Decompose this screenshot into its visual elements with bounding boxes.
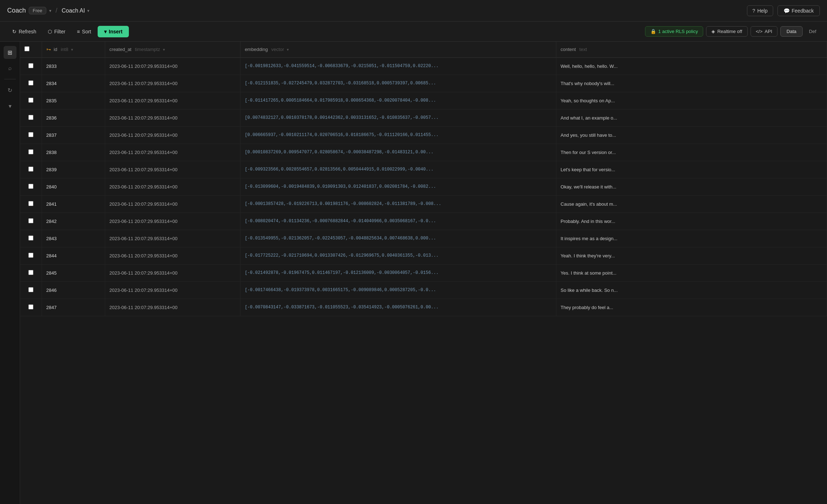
row-checkbox-cell[interactable] bbox=[20, 195, 42, 213]
row-checkbox[interactable] bbox=[28, 270, 33, 275]
cell-embedding[interactable]: [-0.013099604,-0.0019484839,0.010091303,… bbox=[240, 178, 556, 195]
cell-embedding[interactable]: [-0.013549955,-0.021362057,-0.022453057,… bbox=[240, 230, 556, 247]
row-checkbox[interactable] bbox=[28, 253, 33, 258]
row-checkbox-cell[interactable] bbox=[20, 57, 42, 75]
refresh-button[interactable]: ↻ Refresh bbox=[7, 26, 41, 37]
cell-id[interactable]: 2847 bbox=[42, 299, 105, 316]
row-checkbox[interactable] bbox=[28, 235, 33, 241]
table-row[interactable]: 2845 2023-06-11 20:07:29.953314+00 [-0.0… bbox=[20, 264, 827, 281]
cell-embedding[interactable]: [-0.00013857428,-0.019226713,0.001981176… bbox=[240, 195, 556, 213]
cell-created-at[interactable]: 2023-06-11 20:07:29.953314+00 bbox=[105, 213, 240, 230]
table-row[interactable]: 2839 2023-06-11 20:07:29.953314+00 [-0.0… bbox=[20, 161, 827, 178]
cell-content[interactable]: Yeah, so thoughts on Ap... bbox=[556, 92, 827, 109]
table-row[interactable]: 2837 2023-06-11 20:07:29.953314+00 [0.00… bbox=[20, 126, 827, 144]
api-button[interactable]: </> API bbox=[751, 26, 778, 37]
row-checkbox-cell[interactable] bbox=[20, 230, 42, 247]
cell-id[interactable]: 2833 bbox=[42, 57, 105, 75]
table-row[interactable]: 2840 2023-06-11 20:07:29.953314+00 [-0.0… bbox=[20, 178, 827, 195]
cell-embedding[interactable]: [-0.009323566,0.0028554657,0.02813566,0.… bbox=[240, 161, 556, 178]
cell-embedding[interactable]: [0.0074832127,0.0010378178,0.001442362,0… bbox=[240, 109, 556, 126]
cell-id[interactable]: 2844 bbox=[42, 247, 105, 264]
th-created-at[interactable]: created_at timestamptz ▾ bbox=[105, 42, 240, 57]
cell-id[interactable]: 2842 bbox=[42, 213, 105, 230]
table-row[interactable]: 2833 2023-06-11 20:07:29.953314+00 [-0.0… bbox=[20, 57, 827, 75]
cell-content[interactable]: And what I, an example o... bbox=[556, 109, 827, 126]
row-checkbox[interactable] bbox=[28, 167, 33, 172]
row-checkbox[interactable] bbox=[28, 132, 33, 137]
row-checkbox[interactable] bbox=[28, 149, 33, 154]
realtime-button[interactable]: ◈ Realtime off bbox=[706, 26, 747, 37]
sidebar-icon-table[interactable]: ⊞ bbox=[4, 46, 17, 59]
sidebar-icon-chevron[interactable]: ▾ bbox=[4, 99, 17, 112]
cell-created-at[interactable]: 2023-06-11 20:07:29.953314+00 bbox=[105, 109, 240, 126]
select-all-checkbox[interactable] bbox=[24, 46, 29, 51]
cell-created-at[interactable]: 2023-06-11 20:07:29.953314+00 bbox=[105, 178, 240, 195]
row-checkbox-cell[interactable] bbox=[20, 144, 42, 161]
row-checkbox[interactable] bbox=[28, 201, 33, 206]
cell-content[interactable]: So like a while back. So n... bbox=[556, 281, 827, 299]
cell-content[interactable]: Yes. I think at some point... bbox=[556, 264, 827, 281]
rls-policy-button[interactable]: 🔒 1 active RLS policy bbox=[645, 26, 704, 37]
cell-id[interactable]: 2840 bbox=[42, 178, 105, 195]
cell-created-at[interactable]: 2023-06-11 20:07:29.953314+00 bbox=[105, 126, 240, 144]
table-row[interactable]: 2844 2023-06-11 20:07:29.953314+00 [-0.0… bbox=[20, 247, 827, 264]
cell-created-at[interactable]: 2023-06-11 20:07:29.953314+00 bbox=[105, 264, 240, 281]
cell-content[interactable]: Probably. And in this wor... bbox=[556, 213, 827, 230]
cell-created-at[interactable]: 2023-06-11 20:07:29.953314+00 bbox=[105, 299, 240, 316]
th-embedding[interactable]: embedding vector ▾ bbox=[240, 42, 556, 57]
row-checkbox-cell[interactable] bbox=[20, 213, 42, 230]
table-row[interactable]: 2847 2023-06-11 20:07:29.953314+00 [-0.0… bbox=[20, 299, 827, 316]
row-checkbox-cell[interactable] bbox=[20, 281, 42, 299]
cell-embedding[interactable]: [-0.021492878,-0.01967475,0.011467197,-0… bbox=[240, 264, 556, 281]
row-checkbox[interactable] bbox=[28, 80, 33, 85]
cell-id[interactable]: 2837 bbox=[42, 126, 105, 144]
sort-button[interactable]: ≡ Sort bbox=[72, 26, 96, 37]
cell-content[interactable]: That's why nobody's will... bbox=[556, 75, 827, 92]
table-container[interactable]: 🗝 id int8 ▾ created_at timestamptz ▾ emb… bbox=[20, 42, 827, 504]
row-checkbox[interactable] bbox=[28, 184, 33, 189]
table-row[interactable]: 2841 2023-06-11 20:07:29.953314+00 [-0.0… bbox=[20, 195, 827, 213]
nav-brand[interactable]: Coach Free ▾ bbox=[7, 7, 51, 14]
cell-id[interactable]: 2838 bbox=[42, 144, 105, 161]
cell-created-at[interactable]: 2023-06-11 20:07:29.953314+00 bbox=[105, 57, 240, 75]
table-row[interactable]: 2842 2023-06-11 20:07:29.953314+00 [-0.0… bbox=[20, 213, 827, 230]
cell-content[interactable]: Yeah. I think they're very... bbox=[556, 247, 827, 264]
cell-created-at[interactable]: 2023-06-11 20:07:29.953314+00 bbox=[105, 230, 240, 247]
cell-content[interactable]: Then for our S version or... bbox=[556, 144, 827, 161]
row-checkbox[interactable] bbox=[28, 287, 33, 292]
col-id-sort-icon[interactable]: ▾ bbox=[71, 47, 73, 52]
cell-created-at[interactable]: 2023-06-11 20:07:29.953314+00 bbox=[105, 247, 240, 264]
def-view-button[interactable]: Def bbox=[805, 27, 820, 36]
sidebar-icon-refresh[interactable]: ↻ bbox=[4, 84, 17, 97]
row-checkbox-cell[interactable] bbox=[20, 299, 42, 316]
cell-id[interactable]: 2841 bbox=[42, 195, 105, 213]
row-checkbox[interactable] bbox=[28, 115, 33, 120]
table-row[interactable]: 2846 2023-06-11 20:07:29.953314+00 [-0.0… bbox=[20, 281, 827, 299]
cell-id[interactable]: 2835 bbox=[42, 92, 105, 109]
col-embedding-sort-icon[interactable]: ▾ bbox=[287, 47, 289, 52]
cell-content[interactable]: It inspires me as a design... bbox=[556, 230, 827, 247]
cell-embedding[interactable]: [-0.012151835,-0.027245479,0.032872703,-… bbox=[240, 75, 556, 92]
feedback-button[interactable]: 💬 Feedback bbox=[777, 5, 820, 16]
row-checkbox-cell[interactable] bbox=[20, 92, 42, 109]
cell-content[interactable]: Let's keep that for versio... bbox=[556, 161, 827, 178]
cell-id[interactable]: 2845 bbox=[42, 264, 105, 281]
cell-content[interactable]: And yes, you still have to... bbox=[556, 126, 827, 144]
cell-content[interactable]: They probably do feel a... bbox=[556, 299, 827, 316]
row-checkbox-cell[interactable] bbox=[20, 264, 42, 281]
cell-embedding[interactable]: [-0.0019812633,-0.041559514,-0.006833679… bbox=[240, 57, 556, 75]
row-checkbox[interactable] bbox=[28, 98, 33, 103]
cell-created-at[interactable]: 2023-06-11 20:07:29.953314+00 bbox=[105, 161, 240, 178]
table-row[interactable]: 2834 2023-06-11 20:07:29.953314+00 [-0.0… bbox=[20, 75, 827, 92]
col-created-at-sort-icon[interactable]: ▾ bbox=[163, 47, 165, 52]
table-row[interactable]: 2843 2023-06-11 20:07:29.953314+00 [-0.0… bbox=[20, 230, 827, 247]
cell-created-at[interactable]: 2023-06-11 20:07:29.953314+00 bbox=[105, 144, 240, 161]
row-checkbox-cell[interactable] bbox=[20, 247, 42, 264]
plan-badge[interactable]: Free bbox=[29, 7, 46, 14]
row-checkbox[interactable] bbox=[28, 218, 33, 223]
cell-id[interactable]: 2836 bbox=[42, 109, 105, 126]
cell-id[interactable]: 2839 bbox=[42, 161, 105, 178]
filter-button[interactable]: ⬡ Filter bbox=[43, 26, 70, 37]
cell-embedding[interactable]: [-0.017725222,-0.021710694,0.0013307426,… bbox=[240, 247, 556, 264]
cell-embedding[interactable]: [0.006665937,-0.0010211174,0.020706516,0… bbox=[240, 126, 556, 144]
